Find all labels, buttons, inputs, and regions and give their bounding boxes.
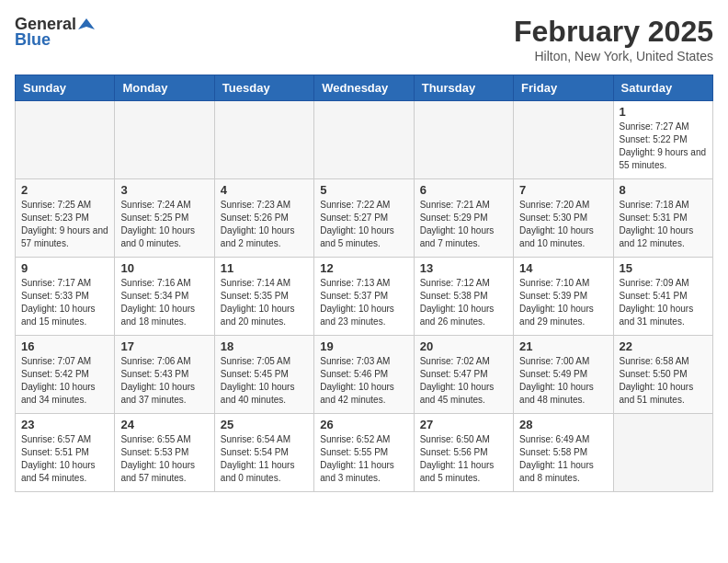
calendar-cell xyxy=(314,101,414,179)
day-info: Sunrise: 7:05 AM Sunset: 5:45 PM Dayligh… xyxy=(221,355,308,407)
calendar-header-row: SundayMondayTuesdayWednesdayThursdayFrid… xyxy=(16,75,713,101)
day-number: 1 xyxy=(620,105,707,119)
day-number: 28 xyxy=(519,418,607,431)
day-number: 23 xyxy=(21,418,108,431)
calendar-cell xyxy=(214,101,313,179)
calendar-cell: 11Sunrise: 7:14 AM Sunset: 5:35 PM Dayli… xyxy=(214,258,313,336)
calendar-cell: 14Sunrise: 7:10 AM Sunset: 5:39 PM Dayli… xyxy=(514,258,613,336)
page-header: General Blue February 2025 Hilton, New Y… xyxy=(15,15,713,63)
day-number: 21 xyxy=(519,339,607,353)
day-info: Sunrise: 7:03 AM Sunset: 5:46 PM Dayligh… xyxy=(320,355,407,407)
calendar-cell: 25Sunrise: 6:54 AM Sunset: 5:54 PM Dayli… xyxy=(214,414,313,492)
day-info: Sunrise: 7:18 AM Sunset: 5:31 PM Dayligh… xyxy=(620,199,707,250)
day-info: Sunrise: 7:22 AM Sunset: 5:27 PM Dayligh… xyxy=(320,199,407,250)
calendar-cell: 1Sunrise: 7:27 AM Sunset: 5:22 PM Daylig… xyxy=(613,101,712,179)
day-header-saturday: Saturday xyxy=(613,75,712,101)
day-number: 16 xyxy=(21,339,108,353)
day-info: Sunrise: 6:58 AM Sunset: 5:50 PM Dayligh… xyxy=(620,355,707,407)
day-number: 6 xyxy=(420,183,507,197)
day-header-tuesday: Tuesday xyxy=(214,75,313,101)
day-info: Sunrise: 7:06 AM Sunset: 5:43 PM Dayligh… xyxy=(120,355,208,407)
calendar-cell: 28Sunrise: 6:49 AM Sunset: 5:58 PM Dayli… xyxy=(514,414,613,492)
calendar-cell xyxy=(16,101,115,179)
day-number: 7 xyxy=(519,183,607,197)
day-number: 13 xyxy=(420,261,507,275)
logo-blue-text: Blue xyxy=(15,30,51,50)
day-number: 10 xyxy=(120,261,208,275)
calendar-cell xyxy=(514,101,613,179)
calendar-cell: 8Sunrise: 7:18 AM Sunset: 5:31 PM Daylig… xyxy=(613,179,712,258)
calendar-cell: 19Sunrise: 7:03 AM Sunset: 5:46 PM Dayli… xyxy=(314,336,414,414)
calendar-cell: 5Sunrise: 7:22 AM Sunset: 5:27 PM Daylig… xyxy=(314,179,414,258)
day-info: Sunrise: 6:55 AM Sunset: 5:53 PM Dayligh… xyxy=(120,433,208,485)
week-row-3: 9Sunrise: 7:17 AM Sunset: 5:33 PM Daylig… xyxy=(16,258,713,336)
logo: General Blue xyxy=(15,15,95,50)
day-header-friday: Friday xyxy=(514,75,613,101)
calendar-cell xyxy=(613,414,712,492)
day-info: Sunrise: 6:57 AM Sunset: 5:51 PM Dayligh… xyxy=(21,433,108,485)
day-number: 26 xyxy=(320,418,407,431)
day-number: 5 xyxy=(320,183,407,197)
svg-marker-0 xyxy=(78,18,95,29)
week-row-1: 1Sunrise: 7:27 AM Sunset: 5:22 PM Daylig… xyxy=(16,101,713,179)
title-section: February 2025 Hilton, New York, United S… xyxy=(514,15,713,63)
day-info: Sunrise: 7:25 AM Sunset: 5:23 PM Dayligh… xyxy=(21,199,108,250)
day-info: Sunrise: 7:14 AM Sunset: 5:35 PM Dayligh… xyxy=(221,277,308,328)
day-info: Sunrise: 6:54 AM Sunset: 5:54 PM Dayligh… xyxy=(221,433,308,485)
day-info: Sunrise: 7:23 AM Sunset: 5:26 PM Dayligh… xyxy=(221,199,308,250)
day-number: 9 xyxy=(21,261,108,275)
calendar-cell: 3Sunrise: 7:24 AM Sunset: 5:25 PM Daylig… xyxy=(115,179,214,258)
week-row-4: 16Sunrise: 7:07 AM Sunset: 5:42 PM Dayli… xyxy=(16,336,713,414)
calendar-cell: 12Sunrise: 7:13 AM Sunset: 5:37 PM Dayli… xyxy=(314,258,414,336)
day-info: Sunrise: 6:50 AM Sunset: 5:56 PM Dayligh… xyxy=(420,433,507,485)
day-header-sunday: Sunday xyxy=(16,75,115,101)
day-number: 2 xyxy=(21,183,108,197)
calendar-cell: 21Sunrise: 7:00 AM Sunset: 5:49 PM Dayli… xyxy=(514,336,613,414)
day-info: Sunrise: 6:49 AM Sunset: 5:58 PM Dayligh… xyxy=(519,433,607,485)
week-row-5: 23Sunrise: 6:57 AM Sunset: 5:51 PM Dayli… xyxy=(16,414,713,492)
day-info: Sunrise: 7:10 AM Sunset: 5:39 PM Dayligh… xyxy=(519,277,607,328)
day-number: 18 xyxy=(221,339,308,353)
day-info: Sunrise: 7:16 AM Sunset: 5:34 PM Dayligh… xyxy=(120,277,208,328)
calendar-cell: 13Sunrise: 7:12 AM Sunset: 5:38 PM Dayli… xyxy=(414,258,513,336)
day-number: 11 xyxy=(221,261,308,275)
day-number: 22 xyxy=(620,339,707,353)
day-number: 20 xyxy=(420,339,507,353)
calendar-title: February 2025 xyxy=(514,15,713,49)
day-header-wednesday: Wednesday xyxy=(314,75,414,101)
day-info: Sunrise: 7:27 AM Sunset: 5:22 PM Dayligh… xyxy=(620,121,707,172)
calendar-cell: 4Sunrise: 7:23 AM Sunset: 5:26 PM Daylig… xyxy=(214,179,313,258)
calendar-cell: 23Sunrise: 6:57 AM Sunset: 5:51 PM Dayli… xyxy=(16,414,115,492)
calendar-cell xyxy=(414,101,513,179)
day-info: Sunrise: 7:12 AM Sunset: 5:38 PM Dayligh… xyxy=(420,277,507,328)
day-number: 19 xyxy=(320,339,407,353)
calendar-cell: 18Sunrise: 7:05 AM Sunset: 5:45 PM Dayli… xyxy=(214,336,313,414)
calendar-cell: 9Sunrise: 7:17 AM Sunset: 5:33 PM Daylig… xyxy=(16,258,115,336)
calendar-cell: 26Sunrise: 6:52 AM Sunset: 5:55 PM Dayli… xyxy=(314,414,414,492)
day-info: Sunrise: 7:21 AM Sunset: 5:29 PM Dayligh… xyxy=(420,199,507,250)
calendar-cell: 6Sunrise: 7:21 AM Sunset: 5:29 PM Daylig… xyxy=(414,179,513,258)
logo-bird-icon xyxy=(78,17,95,33)
calendar-cell: 22Sunrise: 6:58 AM Sunset: 5:50 PM Dayli… xyxy=(613,336,712,414)
day-number: 3 xyxy=(120,183,208,197)
day-info: Sunrise: 7:24 AM Sunset: 5:25 PM Dayligh… xyxy=(120,199,208,250)
day-number: 12 xyxy=(320,261,407,275)
calendar-subtitle: Hilton, New York, United States xyxy=(514,49,713,63)
day-number: 17 xyxy=(120,339,208,353)
day-number: 4 xyxy=(221,183,308,197)
day-number: 25 xyxy=(221,418,308,431)
day-info: Sunrise: 7:07 AM Sunset: 5:42 PM Dayligh… xyxy=(21,355,108,407)
calendar-cell: 16Sunrise: 7:07 AM Sunset: 5:42 PM Dayli… xyxy=(16,336,115,414)
calendar-table: SundayMondayTuesdayWednesdayThursdayFrid… xyxy=(15,75,713,492)
day-info: Sunrise: 7:00 AM Sunset: 5:49 PM Dayligh… xyxy=(519,355,607,407)
calendar-cell: 7Sunrise: 7:20 AM Sunset: 5:30 PM Daylig… xyxy=(514,179,613,258)
calendar-cell: 15Sunrise: 7:09 AM Sunset: 5:41 PM Dayli… xyxy=(613,258,712,336)
day-info: Sunrise: 7:20 AM Sunset: 5:30 PM Dayligh… xyxy=(519,199,607,250)
day-number: 14 xyxy=(519,261,607,275)
day-header-monday: Monday xyxy=(115,75,214,101)
day-info: Sunrise: 7:17 AM Sunset: 5:33 PM Dayligh… xyxy=(21,277,108,328)
day-number: 27 xyxy=(420,418,507,431)
day-number: 8 xyxy=(620,183,707,197)
day-header-thursday: Thursday xyxy=(414,75,513,101)
calendar-cell: 10Sunrise: 7:16 AM Sunset: 5:34 PM Dayli… xyxy=(115,258,214,336)
